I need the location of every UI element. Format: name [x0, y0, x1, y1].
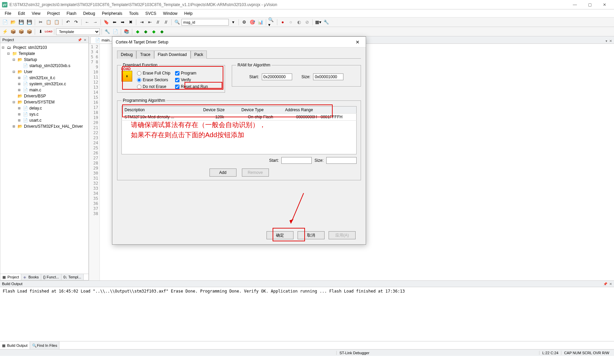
menu-tools[interactable]: Tools: [126, 10, 142, 17]
check-verify[interactable]: Verify: [175, 78, 208, 82]
target-options-icon[interactable]: 🔧: [104, 28, 111, 35]
cancel-button[interactable]: 取消: [298, 231, 325, 239]
menu-help[interactable]: Help: [181, 10, 196, 17]
editor-close-icon[interactable]: ✕: [609, 39, 612, 43]
find-next-icon[interactable]: ▾: [229, 19, 237, 26]
debug-analyze-icon[interactable]: 📊: [257, 19, 264, 26]
dialog-close-icon[interactable]: ✕: [353, 39, 362, 45]
select-packs-icon[interactable]: ◆: [150, 28, 158, 35]
radio-erase-full[interactable]: Erase Full Chip: [137, 71, 170, 75]
debug-target-icon[interactable]: 🎯: [249, 19, 256, 26]
tree-file[interactable]: system_stm32f1xx.c: [29, 82, 66, 86]
bookmark-clear-icon[interactable]: ✖: [127, 19, 134, 26]
new-file-icon[interactable]: 📄: [1, 19, 9, 26]
bookmark-icon[interactable]: 🔖: [103, 19, 110, 26]
nav-back-icon[interactable]: ←: [83, 19, 91, 26]
tree-file[interactable]: main.c: [29, 88, 41, 92]
redo-icon[interactable]: ↷: [72, 19, 80, 26]
outdent-icon[interactable]: ⇤: [146, 19, 154, 26]
tree-group-system[interactable]: Drivers/SYSTEM: [24, 100, 55, 104]
tree-file[interactable]: sys.c: [29, 112, 38, 117]
editor-menu-icon[interactable]: ▾: [606, 39, 607, 43]
tree-file[interactable]: usart.c: [29, 118, 41, 123]
batch-build-icon[interactable]: 📦: [26, 28, 33, 35]
maximize-button[interactable]: ▢: [582, 0, 597, 9]
menu-flash[interactable]: Flash: [63, 10, 80, 17]
tree-template[interactable]: Template: [19, 51, 35, 56]
tree-group-user[interactable]: User: [24, 69, 32, 74]
tree-group-hal[interactable]: Drivers/STM32F1xx_HAL_Driver: [24, 124, 83, 129]
algorithm-table[interactable]: Description Device Size Device Type Addr…: [121, 106, 357, 121]
comment-icon[interactable]: //: [154, 19, 162, 26]
project-tree[interactable]: ⊟🗂Project: stm32f103 ⊟📁Template ⊟📂Startu…: [0, 43, 88, 274]
cut-icon[interactable]: ✂: [37, 19, 44, 26]
dialog-tab-trace[interactable]: Trace: [136, 51, 154, 59]
bookmark-prev-icon[interactable]: ⬅: [111, 19, 118, 26]
breakpoint-insert-icon[interactable]: ●: [279, 19, 286, 26]
pack-installer-icon[interactable]: ◆: [134, 28, 141, 35]
menu-edit[interactable]: Edit: [15, 10, 28, 17]
manage-books-icon[interactable]: 📚: [123, 28, 130, 35]
ok-button[interactable]: 确定: [267, 231, 294, 239]
minimize-button[interactable]: —: [567, 0, 582, 9]
tree-file[interactable]: startup_stm32f103xb.s: [29, 63, 70, 68]
indent-icon[interactable]: ⇥: [138, 19, 145, 26]
debug-start-icon[interactable]: 🔍▾: [268, 19, 275, 26]
open-file-icon[interactable]: 📂: [9, 19, 17, 26]
menu-file[interactable]: File: [1, 10, 15, 17]
dialog-tab-debug[interactable]: Debug: [117, 51, 136, 59]
find-icon[interactable]: 🔍: [173, 19, 181, 26]
check-reset-run[interactable]: Reset and Run: [175, 84, 208, 89]
menu-debug[interactable]: Debug: [80, 10, 99, 17]
alg-size-input[interactable]: [326, 157, 357, 164]
add-button[interactable]: Add: [210, 169, 236, 177]
breakpoint-enable-icon[interactable]: ○: [287, 19, 295, 26]
panel-close-icon[interactable]: ✕: [84, 38, 86, 42]
menu-peripherals[interactable]: Peripherals: [99, 10, 126, 17]
undo-icon[interactable]: ↶: [64, 19, 72, 26]
alg-start-input[interactable]: [281, 157, 312, 164]
project-tab-books[interactable]: ◈Books: [21, 274, 41, 280]
panel-close-icon[interactable]: ✕: [609, 282, 612, 286]
radio-do-not-erase[interactable]: Do not Erase: [137, 84, 170, 89]
ram-size-input[interactable]: [313, 73, 343, 80]
translate-icon[interactable]: ⚡: [1, 28, 9, 35]
tree-group-bsp[interactable]: Drivers/BSP: [24, 94, 46, 98]
apply-button[interactable]: 应用(A): [329, 231, 356, 239]
bookmark-next-icon[interactable]: ➡: [119, 19, 126, 26]
breakpoint-disable-icon[interactable]: ◐: [295, 19, 303, 26]
output-tab-build[interactable]: ▦Build Output: [0, 341, 30, 349]
reload-packs-icon[interactable]: ◆: [158, 28, 166, 35]
radio-erase-sectors[interactable]: Erase Sectors: [137, 78, 170, 82]
tree-file[interactable]: delay.c: [29, 106, 42, 111]
search-input[interactable]: [182, 19, 229, 26]
project-tab-functions[interactable]: {} Funct...: [41, 274, 61, 280]
project-root[interactable]: Project: stm32f103: [13, 45, 47, 50]
debug-settings-icon[interactable]: ⚙: [241, 19, 248, 26]
ram-start-input[interactable]: [262, 73, 292, 80]
save-all-icon[interactable]: 💾: [26, 19, 33, 26]
menu-view[interactable]: View: [28, 10, 44, 17]
remove-button[interactable]: Remove: [242, 169, 269, 177]
close-button[interactable]: ✕: [597, 0, 612, 9]
target-select[interactable]: Template: [56, 28, 100, 35]
project-tab-project[interactable]: ▦Project: [0, 274, 21, 280]
copy-icon[interactable]: 📋: [45, 19, 52, 26]
build-output-text[interactable]: Flash Load finished at 16:45:02 Load "..…: [0, 287, 614, 341]
dialog-tab-pack[interactable]: Pack: [191, 51, 207, 59]
download-icon[interactable]: LOAD: [45, 28, 52, 35]
menu-window[interactable]: Window: [160, 10, 181, 17]
breakpoint-kill-icon[interactable]: ⊘: [303, 19, 311, 26]
manage-rte-icon[interactable]: ◆: [142, 28, 149, 35]
configure-icon[interactable]: 🔧: [323, 19, 330, 26]
output-tab-find[interactable]: 🔍Find In Files: [30, 341, 60, 349]
dialog-tab-flash[interactable]: Flash Download: [154, 51, 191, 59]
file-ext-icon[interactable]: 📄: [112, 28, 119, 35]
tree-group-startup[interactable]: Startup: [24, 57, 37, 62]
tree-file[interactable]: stm32f1xx_it.c: [29, 75, 55, 80]
nav-forward-icon[interactable]: →: [91, 19, 99, 26]
rebuild-icon[interactable]: 📦: [18, 28, 25, 35]
check-program[interactable]: Program: [175, 71, 208, 75]
panel-pin-icon[interactable]: 📌: [78, 38, 82, 42]
window-layout-icon[interactable]: ▦▾: [314, 19, 322, 26]
